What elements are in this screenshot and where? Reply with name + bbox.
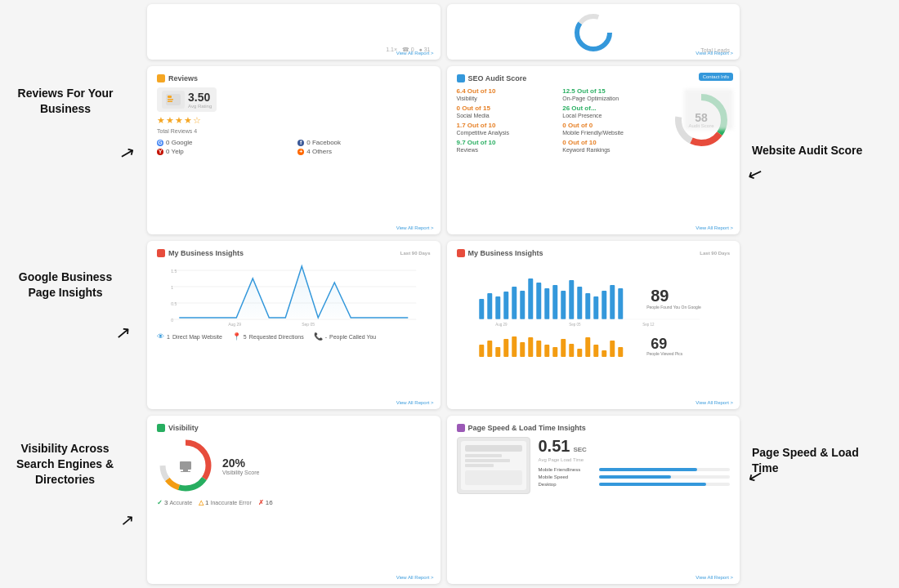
svg-rect-5 [168, 101, 172, 103]
visibility-card: Visibility [147, 416, 441, 584]
svg-rect-52 [552, 347, 557, 357]
svg-rect-54 [569, 344, 574, 357]
stat-calls-val: - [325, 334, 327, 340]
svg-text:Sep 12: Sep 12 [642, 323, 655, 327]
bar-mobile-friendly-bg [599, 468, 731, 471]
seo-metrics: 6.4 Out of 10 Visibility 12.5 Out of 15 … [457, 87, 667, 154]
metric-mobile: 0 Out of 0 Mobile Friendly/Website [562, 122, 666, 136]
rating-box: 3.50 Avg Rating [157, 87, 217, 112]
insights-left-title-text: My Business Insights [168, 249, 244, 257]
metric-social-val: 0 Out of 15 [457, 105, 561, 113]
svg-rect-31 [577, 287, 582, 319]
others-icon: + [297, 149, 304, 155]
svg-text:Aug 29: Aug 29 [228, 322, 241, 327]
speed-value: 0.51 [539, 437, 570, 456]
seo-card-title: SEO Audit Score [457, 74, 731, 82]
stat-directions-label: Requested Directions [249, 334, 304, 340]
svg-rect-68 [183, 470, 188, 471]
vis-info: 20% Visibility Score [222, 457, 259, 475]
row3: My Business Insights Last 90 Days [147, 241, 740, 409]
svg-rect-57 [593, 345, 598, 357]
missing-count: 16 [266, 499, 273, 506]
svg-rect-47 [512, 336, 517, 357]
metric-reviews: 9.7 Out of 10 Reviews [457, 139, 561, 154]
insights-left-view-report[interactable]: View All Report > [396, 400, 434, 405]
insights-right-updated: Last 90 Days [700, 251, 730, 256]
metric-visibility: 6.4 Out of 10 Visibility [457, 87, 561, 102]
row2: Reviews 3.50 Avg Rating [147, 66, 740, 234]
speed-title-text: Page Speed & Load Time Insights [468, 424, 586, 432]
svg-rect-19 [479, 299, 484, 319]
bar-mobile-speed: Mobile Speed [539, 474, 731, 479]
speed-view-report[interactable]: View All Report > [695, 575, 733, 580]
top-left-partial: 1.1× ☎ 0 ● 31 View All Report > [147, 4, 441, 60]
seo-view-report[interactable]: View All Report > [695, 225, 733, 230]
warning-icon: △ [199, 499, 204, 506]
avg-rating-label: Avg Rating [188, 104, 212, 109]
vis-stats: ✓ 3 Accurate △ 1 Inaccurate Error ✗ 16 [157, 499, 431, 506]
svg-rect-4 [168, 99, 173, 100]
google-source: G 0 Google [157, 139, 289, 146]
others-count: 4 Others [306, 148, 332, 155]
svg-rect-24 [520, 291, 525, 319]
page-speed-card: Page Speed & Load Time Insights [447, 416, 740, 584]
contact-badge[interactable]: Contact Info [699, 73, 733, 81]
top-left-view-report[interactable]: View All Report > [396, 51, 434, 56]
metric-onpage-label: On-Page Optimization [562, 96, 666, 102]
visibility-view-report[interactable]: View All Report > [396, 575, 434, 580]
insights-left-stats: 👁 1 Direct Map Website 📍 5 Requested Dir… [157, 332, 431, 341]
svg-rect-50 [536, 341, 541, 357]
insights-right-card: My Business Insights Last 90 Days [447, 241, 740, 409]
bar-desktop-fill [599, 483, 707, 486]
reviews-card-title: Reviews [157, 74, 431, 82]
svg-rect-55 [577, 349, 582, 357]
svg-rect-32 [585, 293, 590, 319]
svg-rect-72 [465, 454, 502, 457]
website-icon: 👁 [157, 332, 164, 341]
visibility-icon [157, 424, 165, 432]
metric-social-label: Social Media [457, 113, 561, 119]
speed-header: 0.51 SEC [539, 437, 731, 456]
stat-directions: 📍 5 Requested Directions [232, 332, 304, 341]
warning-label: Inaccurate Error [211, 500, 252, 506]
seo-card: SEO Audit Score Contact Info 6.4 Out of … [447, 66, 740, 234]
insights-arrow: ↗ [115, 322, 132, 344]
vis-score: 20% [222, 457, 259, 470]
reviews-card: Reviews 3.50 Avg Rating [147, 66, 441, 234]
metric-keywords-val: 0 Out of 10 [562, 139, 666, 147]
row4: Visibility [147, 416, 740, 584]
reviews-arrow: ↗ [118, 141, 137, 166]
dashboard-area: 1.1× ☎ 0 ● 31 View All Report > Total Le… [147, 0, 744, 588]
top-right-view-report[interactable]: View All Report > [695, 51, 733, 56]
insights-annotation-label: Google Business Page Insights [4, 270, 127, 301]
speed-screenshot [457, 437, 530, 494]
svg-rect-30 [569, 280, 574, 319]
svg-rect-59 [610, 341, 615, 357]
svg-rect-49 [528, 337, 533, 357]
svg-rect-3 [168, 96, 172, 98]
svg-rect-36 [618, 288, 623, 319]
metric-visibility-val: 6.4 Out of 10 [457, 87, 561, 96]
bar-mobile-speed-fill [599, 475, 671, 479]
svg-rect-73 [465, 459, 510, 462]
check-icon: ✓ [157, 499, 163, 506]
svg-text:Sep 05: Sep 05 [569, 323, 581, 327]
visibility-arrow: ↗ [120, 510, 136, 530]
accurate-label: Accurate [169, 500, 192, 506]
metric-visibility-label: Visibility [457, 96, 561, 102]
insights-right-view-report[interactable]: View All Report > [695, 400, 733, 405]
svg-rect-60 [618, 347, 623, 357]
svg-rect-28 [552, 285, 557, 319]
left-labels: Reviews For Your Business ↗ Google Busin… [0, 0, 147, 588]
stat-website-val: 1 [167, 334, 170, 340]
reviews-title-text: Reviews [168, 74, 198, 82]
top-row: 1.1× ☎ 0 ● 31 View All Report > Total Le… [147, 4, 740, 60]
google-count: 0 Google [166, 139, 192, 146]
svg-rect-33 [593, 296, 598, 319]
avg-rating-number: 3.50 [188, 91, 212, 104]
review-sources: G 0 Google f 0 Facebook Y 0 Yelp + 4 Oth… [157, 139, 431, 155]
speed-label: Avg Page Load Time [539, 457, 731, 462]
reviews-view-report[interactable]: View All Report > [396, 225, 434, 230]
svg-rect-22 [503, 292, 508, 319]
svg-rect-27 [544, 288, 549, 319]
